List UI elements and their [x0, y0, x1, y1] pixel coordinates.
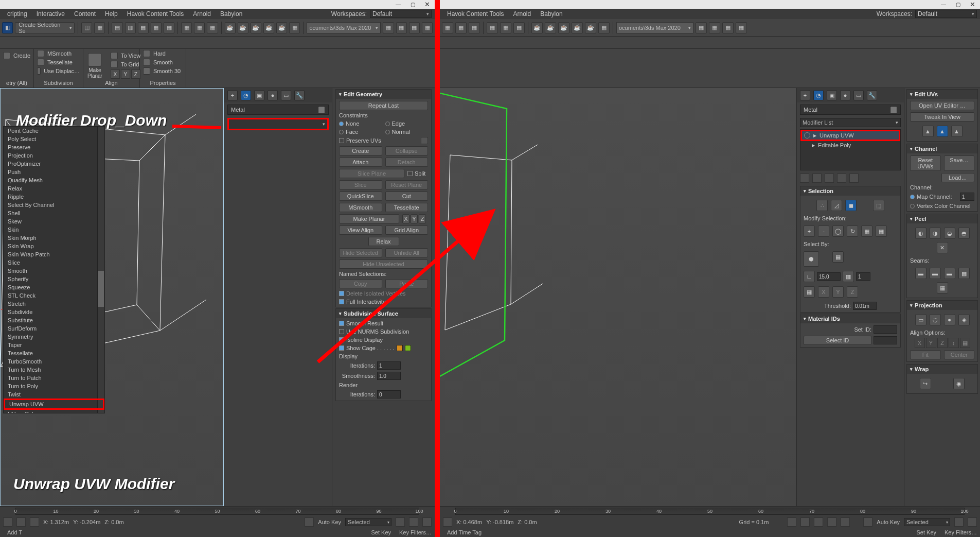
status-icon[interactable]	[16, 517, 26, 527]
cyl-proj-icon[interactable]: ◌	[930, 314, 941, 325]
msmooth-button[interactable]: MSmooth	[339, 203, 382, 212]
status-icon[interactable]	[409, 517, 418, 527]
iterations-spinner[interactable]: 1	[377, 361, 401, 370]
split-check[interactable]	[407, 171, 413, 176]
peel-icon[interactable]: ◒	[944, 228, 955, 239]
wrap-header[interactable]: Wrap	[907, 365, 977, 374]
modify-tab-icon[interactable]: ◔	[241, 90, 251, 100]
isoline-check[interactable]	[339, 337, 344, 342]
select-id-button[interactable]: Select ID	[804, 336, 871, 345]
modifier-option[interactable]: TurboSmooth	[4, 357, 104, 366]
toolbar-icon[interactable]: ▦	[696, 22, 707, 33]
modifier-option[interactable]: Quadify Mesh	[4, 176, 104, 184]
maximize-button[interactable]: ▢	[951, 1, 965, 8]
status-icon[interactable]	[3, 517, 12, 527]
display-tab-icon[interactable]: ▭	[853, 90, 864, 100]
paste-button[interactable]: Paste	[385, 279, 429, 288]
hide-selected-button[interactable]: Hide Selected	[339, 248, 382, 257]
menu-interactive[interactable]: Interactive	[32, 9, 69, 19]
modifier-option[interactable]: STL Check	[4, 291, 104, 300]
smooth-button[interactable]: Smooth	[153, 59, 173, 65]
status-icon[interactable]	[305, 517, 314, 527]
delete-isolated-check[interactable]	[339, 291, 344, 296]
modifier-option[interactable]: UV as Color	[4, 410, 104, 413]
object-name-field[interactable]: Metal	[227, 105, 329, 115]
align-x-button[interactable]: X	[915, 338, 925, 348]
stack-unwrap-uvw[interactable]: ▶Unwrap UVW	[800, 130, 900, 141]
toolbar-icon[interactable]: ▦	[138, 22, 149, 33]
wrap-icon[interactable]: ◉	[953, 378, 965, 389]
modifier-option[interactable]: Push	[4, 168, 104, 176]
collapse-button[interactable]: Collapse	[385, 146, 429, 155]
to-grid-button[interactable]: To Grid	[121, 61, 139, 67]
selection-set-dropdown[interactable]: Create Selection Se	[15, 22, 75, 33]
cage-color-1[interactable]	[397, 345, 403, 351]
show-cage-check[interactable]	[339, 345, 344, 351]
utilities-tab-icon[interactable]: 🔧	[294, 90, 305, 100]
status-icon[interactable]	[422, 517, 432, 527]
toolbar-icon[interactable]: ▦	[469, 22, 480, 33]
angle-spinner[interactable]: 15.0	[817, 272, 841, 281]
modifier-option[interactable]: SurfDeform	[4, 324, 104, 333]
toolbar-icon[interactable]: ◧	[2, 22, 13, 33]
toolbar-icon[interactable]: ▦	[164, 22, 174, 33]
copy-button[interactable]: Copy	[339, 279, 382, 288]
open-uv-editor-button[interactable]: Open UV Editor …	[910, 101, 974, 110]
play-start-icon[interactable]	[787, 517, 796, 527]
planar-y-button[interactable]: Y	[411, 214, 418, 223]
project-path-dropdown[interactable]: ocuments\3ds Max 2020	[307, 22, 381, 33]
setkey-button[interactable]: Set Key	[917, 529, 937, 535]
select-element-icon[interactable]: ⬢	[804, 251, 819, 267]
toolbar-icon[interactable]: ▦	[422, 22, 433, 33]
seam-icon[interactable]: ▬	[915, 268, 926, 279]
axis-x-button[interactable]: X	[111, 70, 120, 79]
toolbar-icon[interactable]: ▦	[455, 22, 467, 33]
seam-icon[interactable]: ▦	[937, 282, 948, 293]
shrink-icon[interactable]: -	[818, 226, 829, 237]
menu-babylon[interactable]: Babylon	[536, 9, 566, 19]
render-icon[interactable]: ☕	[558, 22, 569, 33]
project-path-dropdown[interactable]: ocuments\3ds Max 2020	[616, 22, 693, 33]
toolbar-icon[interactable]: ◫	[81, 22, 92, 33]
uv-tool-icon[interactable]: ▲	[937, 126, 948, 137]
toolbar-icon[interactable]: ▦	[709, 22, 720, 33]
uv-tool-icon[interactable]: ▲	[951, 126, 963, 137]
modifier-option[interactable]: Poly Select	[4, 135, 104, 143]
sel-icon[interactable]: ▦	[843, 271, 854, 282]
angle-icon[interactable]: ∟	[804, 271, 815, 282]
vertex-color-radio[interactable]	[910, 204, 915, 209]
toolbar-icon[interactable]: ▦	[487, 22, 498, 33]
modify-tab-icon[interactable]: ◔	[813, 90, 824, 100]
count-spinner[interactable]: 1	[856, 272, 870, 281]
face-radio[interactable]	[339, 130, 344, 134]
peel-icon[interactable]: ◓	[958, 228, 970, 239]
menu-arnold[interactable]: Arnold	[509, 9, 536, 19]
save-button[interactable]: Save…	[944, 155, 975, 171]
minimize-button[interactable]: —	[391, 1, 405, 8]
close-button[interactable]: ✕	[420, 1, 434, 8]
modifier-list-dropdown[interactable]: Modifier List	[800, 118, 901, 127]
grid-align-button[interactable]: Grid Align	[385, 226, 429, 235]
render-icon[interactable]: ☕	[263, 22, 274, 33]
minimize-button[interactable]: —	[937, 1, 950, 8]
dropdown-scrollbar[interactable]	[97, 127, 104, 413]
smooth30-button[interactable]: Smooth 30	[153, 68, 181, 74]
modifier-option[interactable]: Spherify	[4, 275, 104, 283]
modifier-option[interactable]: Twist	[4, 390, 104, 399]
nurms-check[interactable]	[339, 329, 344, 334]
toolbar-icon[interactable]: ▦	[181, 22, 192, 33]
modifier-option[interactable]: Substitute	[4, 316, 104, 324]
create-button[interactable]: Create	[339, 146, 382, 155]
sel-icon[interactable]: ▦	[861, 226, 872, 237]
align-icon[interactable]: ↕	[949, 338, 959, 348]
modifier-option[interactable]: Stretch	[4, 300, 104, 308]
msmooth-button[interactable]: MSmooth	[47, 50, 72, 57]
modifier-option[interactable]: Relax	[4, 184, 104, 193]
loop-icon[interactable]: ↻	[847, 226, 858, 237]
smooth-result-check[interactable]	[339, 321, 344, 326]
select-grid-icon[interactable]: ▦	[832, 251, 844, 263]
peel-icon[interactable]: ✕	[937, 242, 948, 253]
seam-icon[interactable]: ▬	[944, 268, 955, 279]
axis-z-button[interactable]: Z	[131, 70, 140, 79]
unhide-all-button[interactable]: Unhide All	[385, 248, 429, 257]
